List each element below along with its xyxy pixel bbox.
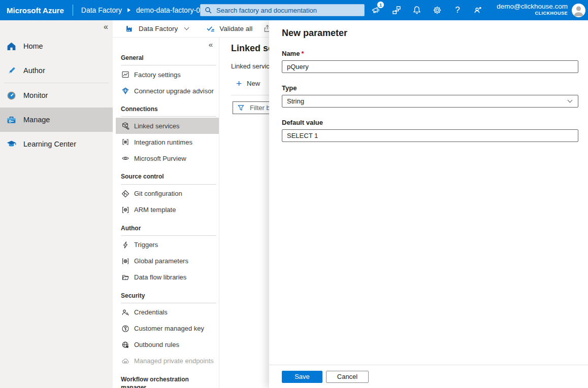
nav-label: Learning Center (23, 140, 76, 148)
breadcrumb-app[interactable]: Data Factory (81, 6, 122, 14)
sidebar-item-credentials[interactable]: Credentials (116, 304, 219, 321)
type-dropdown-value: String (287, 97, 304, 105)
new-button[interactable]: + New (236, 79, 272, 88)
sidebar-item-label: Outbound rules (134, 341, 179, 348)
sidebar-item-connector-upgrade-advisor[interactable]: Connector upgrade advisor (116, 83, 219, 99)
sidebar-item-arm-template[interactable]: ARM template (116, 202, 219, 218)
panel-title: New parameter (282, 28, 588, 39)
search-icon (204, 6, 212, 14)
validate-all-button[interactable]: Validate all (206, 24, 252, 33)
lightning-icon (121, 241, 129, 249)
switch-factory-button[interactable] (386, 0, 407, 20)
sidebar-item-triggers[interactable]: Triggers (116, 237, 219, 253)
section-rule (121, 235, 216, 236)
new-parameter-panel: New parameter Name* Type String Default … (269, 20, 588, 388)
sidebar-item-outbound-rules[interactable]: Outbound rules (116, 337, 219, 353)
avatar[interactable] (572, 4, 585, 17)
account-info[interactable]: demo@clickhouse.com CLICKHOUSE (497, 3, 568, 16)
sidebar-item-label: Linked services (134, 122, 180, 130)
chevron-down-icon (184, 25, 189, 30)
nav-item-manage[interactable]: Manage (0, 108, 113, 132)
nav-label: Author (23, 66, 45, 75)
nav-item-home[interactable]: Home (0, 34, 113, 58)
sidebar-item-linked-services[interactable]: Linked services (116, 118, 219, 134)
sidebar-item-microsoft-purview[interactable]: Microsoft Purview (116, 150, 219, 166)
sidebar-item-data-flow-libraries[interactable]: fx Data flow libraries (116, 269, 219, 286)
section-rule (121, 303, 216, 303)
new-button-label: New (247, 80, 260, 87)
breadcrumb-factory-name[interactable]: demo-data-factory-00 (136, 6, 204, 14)
section-heading-general: General (121, 54, 214, 62)
name-field[interactable] (282, 60, 578, 73)
azure-brand[interactable]: Microsoft Azure (7, 6, 64, 15)
help-button[interactable]: ? (447, 0, 468, 20)
toolbox-icon (6, 115, 17, 125)
top-bar: Microsoft Azure Data Factory demo-data-f… (0, 0, 588, 20)
search-input[interactable] (215, 6, 364, 15)
gauge-icon (6, 90, 17, 101)
sidebar-item-label: Connector upgrade advisor (134, 87, 214, 95)
arm-template-icon (121, 206, 129, 214)
section-heading-source-control: Source control (121, 172, 214, 181)
type-dropdown[interactable]: String (282, 95, 578, 108)
nav-item-monitor[interactable]: Monitor (0, 83, 113, 108)
graduation-cap-icon (6, 139, 17, 150)
sidebar-item-label: Microsoft Purview (134, 155, 186, 162)
default-value-field[interactable] (282, 129, 578, 142)
announcements-button[interactable]: 1 (366, 0, 386, 20)
svg-text:fx: fx (124, 277, 126, 279)
sidebar-item-label: Data flow libraries (134, 273, 186, 281)
global-search[interactable] (200, 4, 365, 16)
validate-icon (206, 24, 215, 33)
save-button[interactable]: Save (282, 371, 322, 383)
section-heading-security: Security (121, 292, 214, 300)
sidebar-item-customer-managed-key[interactable]: Customer managed key (116, 321, 219, 337)
default-value-field-label: Default value (282, 119, 578, 126)
section-heading-author: Author (121, 224, 214, 232)
nav-label: Home (23, 42, 43, 50)
switch-factory-icon (391, 5, 402, 15)
sidebar-item-label: Managed private endpoints (134, 357, 214, 365)
nav-item-learning-center[interactable]: Learning Center (0, 132, 113, 156)
feedback-person-icon (473, 5, 483, 15)
sidebar-item-label: Customer managed key (134, 325, 204, 332)
nav-label: Manage (23, 116, 50, 124)
nav-item-author[interactable]: Author (0, 58, 113, 83)
plus-icon: + (236, 79, 242, 88)
chevron-down-icon (568, 98, 573, 103)
factory-selector[interactable]: Data Factory (125, 24, 188, 33)
left-nav-collapse-icon[interactable]: « (104, 22, 108, 31)
sidebar-item-git-configuration[interactable]: Git configuration (116, 186, 219, 202)
gear-icon (432, 5, 442, 15)
panel-footer: Save Cancel (269, 365, 588, 388)
sidebar-item-label: Factory settings (134, 71, 181, 79)
settings-button[interactable] (427, 0, 447, 20)
cloud-icon (121, 357, 129, 365)
bell-icon (412, 5, 422, 15)
git-icon (121, 190, 129, 198)
sidebar-item-integration-runtimes[interactable]: Integration runtimes (116, 134, 219, 150)
notifications-button[interactable] (407, 0, 427, 20)
sidebar-item-label: Integration runtimes (134, 138, 192, 146)
section-heading-workflow-orchestration-manager: Workflow orchestration manager (121, 375, 207, 388)
diamond-icon (121, 87, 129, 95)
sidebar-item-label: Triggers (134, 241, 158, 249)
eye-icon (121, 154, 129, 162)
validate-all-label: Validate all (219, 25, 252, 32)
cancel-button[interactable]: Cancel (326, 371, 369, 383)
sidebar-item-factory-settings[interactable]: Factory settings (116, 66, 219, 83)
notification-badge: 1 (377, 1, 384, 9)
manage-sidebar-collapse-icon[interactable]: « (116, 38, 219, 48)
type-field-label: Type (282, 84, 578, 92)
sidebar-item-managed-private-endpoints[interactable]: Managed private endpoints (116, 353, 219, 369)
sidebar-item-global-parameters[interactable]: Global parameters (116, 253, 219, 269)
nav-label: Monitor (23, 91, 48, 99)
help-icon: ? (455, 5, 460, 15)
home-icon (6, 41, 17, 52)
filter-funnel-icon (237, 104, 245, 112)
globe-icon (121, 341, 129, 349)
pencil-icon (6, 65, 17, 76)
feedback-button[interactable] (468, 0, 488, 20)
data-flow-libraries-icon: fx (121, 273, 129, 281)
account-email: demo@clickhouse.com (497, 3, 568, 11)
